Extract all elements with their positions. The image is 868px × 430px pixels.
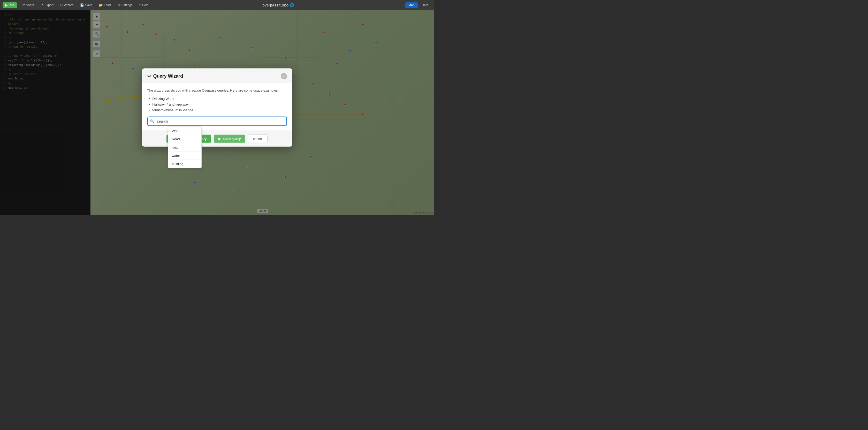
- export-button[interactable]: ↗ Export: [38, 2, 56, 8]
- build-icon: ▶: [218, 137, 221, 141]
- modal-body: The wizard assists you with creating Ove…: [142, 83, 292, 131]
- example-item: tourism=museum in Vienna: [153, 107, 287, 113]
- modal-title: Query Wizard: [153, 74, 279, 79]
- toolbar-right: Map Data: [405, 2, 431, 8]
- search-input[interactable]: [147, 117, 287, 126]
- settings-icon: ⚙: [117, 3, 120, 7]
- autocomplete-item-road[interactable]: road: [168, 143, 202, 152]
- app-title: overpass turbo 🌐: [153, 3, 404, 7]
- example-item: Drinking Water: [153, 96, 287, 102]
- share-button[interactable]: ⎇ Share: [19, 2, 37, 8]
- save-icon: 💾: [80, 3, 84, 7]
- search-wrapper: 🔍 Water Road road water building: [147, 117, 287, 126]
- wizard-button[interactable]: ✂ Wizard: [58, 2, 76, 8]
- autocomplete-item-water[interactable]: Water: [168, 127, 202, 135]
- run-icon: ▶: [5, 3, 7, 7]
- build-query-button[interactable]: ▶ build query: [214, 135, 245, 143]
- data-tab-button[interactable]: Data: [419, 2, 431, 8]
- modal-intro: The wizard assists you with creating Ove…: [147, 88, 287, 93]
- search-icon: 🔍: [150, 119, 154, 123]
- wizard-link[interactable]: wizard: [154, 88, 164, 92]
- modal-close-button[interactable]: ×: [281, 73, 287, 79]
- wizard-modal-icon: ✂: [147, 73, 151, 79]
- load-icon: 📂: [99, 3, 103, 7]
- modal-footer: ▶ build and run query ▶ build query canc…: [142, 131, 292, 147]
- run-button[interactable]: ▶ Run: [3, 2, 17, 8]
- help-icon: ?: [139, 3, 141, 7]
- save-button[interactable]: 💾 Save: [78, 2, 95, 8]
- settings-button[interactable]: ⚙ Settings: [115, 2, 135, 8]
- autocomplete-item-road-cap[interactable]: Road: [168, 135, 202, 143]
- example-item: highway=* and type:way: [153, 102, 287, 107]
- query-wizard-modal: ✂ Query Wizard × The wizard assists you …: [142, 68, 292, 147]
- modal-examples-list: Drinking Water highway=* and type:way to…: [147, 96, 287, 113]
- map-tab-button[interactable]: Map: [405, 2, 417, 8]
- export-icon: ↗: [41, 3, 43, 7]
- load-button[interactable]: 📂 Load: [96, 2, 114, 8]
- modal-header: ✂ Query Wizard ×: [142, 68, 292, 83]
- autocomplete-dropdown: Water Road road water building: [168, 126, 202, 168]
- share-icon: ⎇: [21, 3, 25, 7]
- cancel-button[interactable]: cancel: [248, 135, 268, 143]
- help-button[interactable]: ? Help: [137, 2, 151, 8]
- autocomplete-item-water-lower[interactable]: water: [168, 152, 202, 160]
- autocomplete-item-building[interactable]: building: [168, 160, 202, 168]
- toolbar: ▶ Run ⎇ Share ↗ Export ✂ Wizard 💾 Save 📂…: [0, 0, 434, 10]
- wizard-icon: ✂: [60, 3, 63, 7]
